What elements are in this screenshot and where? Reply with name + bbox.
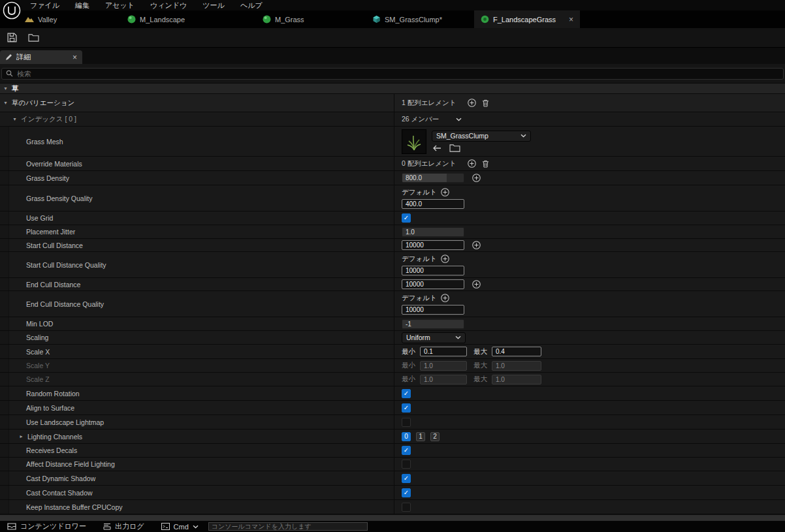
property-label: Use Landscape Lightmap [26,418,104,426]
trash-icon[interactable] [482,99,489,107]
cast-contact-shadow-checkbox[interactable] [402,488,411,497]
property-row-override-materials: Override Materials0 配列エレメント [0,157,785,171]
tab-m-landscape[interactable]: M_Landscape [121,10,191,28]
details-search-row [0,64,785,84]
value-cell: SM_GrassClump [394,127,785,156]
random-rotation-checkbox[interactable] [402,389,411,398]
save-button[interactable] [7,32,18,43]
foliage-icon [481,15,489,23]
close-icon[interactable]: × [569,16,573,23]
menu-help[interactable]: ヘルプ [240,1,263,10]
grass-mesh-thumbnail[interactable] [402,129,426,154]
use-grid-checkbox[interactable] [402,213,411,223]
end-cull-distance-quality-input[interactable]: 10000 [402,305,464,315]
label-cell: Override Materials [0,157,394,170]
use-landscape-lightmap-checkbox[interactable] [402,418,411,427]
chevron-down-icon[interactable] [456,117,462,121]
tab-valley[interactable]: Valley [18,10,63,28]
terminal-icon [161,523,170,530]
value-text: -1 [406,321,411,328]
align-to-surface-checkbox[interactable] [402,403,411,413]
scale-x-min-input[interactable]: 0.1 [420,347,467,356]
grass-density-input[interactable]: 800.0 [402,173,464,183]
chevron-down-icon[interactable]: ▾ [3,86,8,91]
scale-y-max-input[interactable]: 1.0 [492,361,541,371]
scaling-dropdown[interactable]: Uniform [402,332,466,343]
property-label: Grass Mesh [26,138,63,146]
plus-circle-icon[interactable] [468,99,476,107]
category-row-grass[interactable]: ▾ 草 [0,84,785,94]
content-drawer-button[interactable]: コンテンツドロワー [1,522,92,531]
asset-dropdown[interactable]: SM_GrassClump [432,131,531,142]
start-cull-distance-quality-input[interactable]: 10000 [402,266,464,275]
scale-z-max-input[interactable]: 1.0 [492,375,541,384]
cast-dynamic-shadow-checkbox[interactable] [402,474,411,483]
end-cull-distance-input[interactable]: 10000 [402,279,464,289]
value-cell [394,401,785,415]
output-log-button[interactable]: 出力ログ [97,522,150,531]
label-cell: Align to Surface [0,401,394,415]
affect-distance-field-lighting-checkbox[interactable] [402,460,411,469]
grass-density-quality-input[interactable]: 400.0 [402,199,464,209]
tab-f-landscapegrass[interactable]: F_LandscapeGrass× [474,10,580,28]
placement-jitter-input[interactable]: 1.0 [402,227,464,237]
plus-circle-icon[interactable] [441,294,449,302]
tab-details[interactable]: 詳細 × [0,50,82,64]
chevron-down-icon[interactable]: ▾ [12,117,18,122]
menu-asset[interactable]: アセット [105,1,135,10]
property-row-scale-z: Scale Z最小1.0最大1.0 [0,373,785,386]
use-asset-icon[interactable] [433,145,441,151]
unreal-engine-logo-icon[interactable] [2,1,21,20]
receives-decals-checkbox[interactable] [402,446,411,455]
chevron-down-icon[interactable]: ▾ [3,101,8,106]
property-row-keep-instance-buffer-cpucopy: Keep Instance Buffer CPUCopy [0,500,785,514]
panel-splitter[interactable] [0,514,785,521]
property-row-affect-distance-field-lighting: Affect Distance Field Lighting [0,458,785,471]
menu-edit[interactable]: 編集 [75,1,89,10]
tab-label: M_Landscape [140,16,185,23]
search-input[interactable] [17,70,779,78]
menu-tools[interactable]: ツール [202,1,225,10]
folder-icon[interactable] [449,144,460,153]
label-cell: Start Cull Distance [0,239,394,251]
mountain-icon [25,16,34,23]
console-command-input[interactable] [212,523,364,530]
keep-instance-buffer-cpucopy-checkbox[interactable] [402,503,411,512]
lighting-channel-0-button[interactable]: 0 [402,432,411,441]
plus-circle-icon[interactable] [472,241,481,249]
min-label: 最小 [402,361,415,370]
plus-circle-icon[interactable] [468,159,476,168]
value-cell: 最小0.1最大0.4 [394,345,785,358]
close-icon[interactable]: × [72,54,77,61]
trash-icon[interactable] [482,160,489,168]
cmd-selector[interactable]: Cmd [155,523,204,531]
plus-circle-icon[interactable] [441,255,449,263]
min-lod-input[interactable]: -1 [402,319,464,329]
start-cull-distance-input[interactable]: 10000 [402,240,464,250]
menu-window[interactable]: ウィンドウ [150,1,187,10]
scale-z-min-input[interactable]: 1.0 [420,375,467,384]
value-cell [394,211,785,225]
plus-circle-icon[interactable] [472,280,481,289]
member-count: 26 メンバー [402,115,439,124]
plus-circle-icon[interactable] [472,174,481,182]
tab-sm-grassclump[interactable]: SM_GrassClump* [366,10,449,28]
property-label: Scaling [26,334,48,341]
output-log-label: 出力ログ [115,522,144,531]
plus-circle-icon[interactable] [441,188,449,196]
lighting-channel-1-button[interactable]: 1 [416,432,425,441]
expander-arrow-icon[interactable]: ▸ [18,434,24,439]
property-row-cast-dynamic-shadow: Cast Dynamic Shadow [0,471,785,486]
scale-x-max-input[interactable]: 0.4 [492,347,541,356]
max-label: 最大 [473,347,487,356]
value-cell [394,471,785,485]
browse-to-asset-button[interactable] [28,33,39,42]
tab-m-grass[interactable]: M_Grass [256,10,311,28]
menu-file[interactable]: ファイル [30,1,59,10]
scale-y-min-input[interactable]: 1.0 [420,361,467,371]
property-label: Start Cull Distance Quality [26,261,106,269]
label-cell: Scale X [0,345,394,358]
lighting-channel-2-button[interactable]: 2 [430,432,440,441]
label-cell: Placement Jitter [0,225,394,238]
grass-thumbnail-icon [404,132,424,151]
